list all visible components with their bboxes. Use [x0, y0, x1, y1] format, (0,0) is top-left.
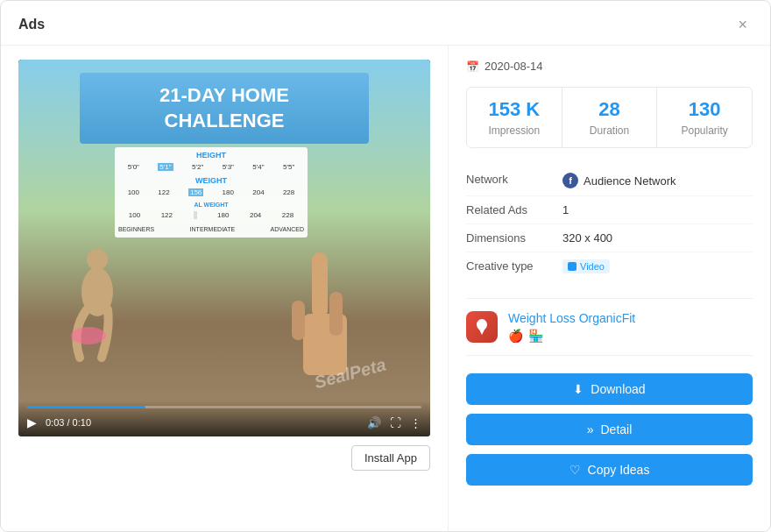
- video-controls-row: ▶ 0:03 / 0:10 🔊 ⛶ ⋮: [27, 415, 421, 429]
- copy-ideas-label: Copy Ideas: [588, 463, 650, 477]
- vid-table-height-header: HEIGHT: [118, 151, 304, 160]
- controls-left: ▶ 0:03 / 0:10: [27, 415, 91, 429]
- stat-duration: 28 Duration: [562, 88, 658, 147]
- volume-icon[interactable]: 🔊: [367, 416, 381, 429]
- stats-row: 153 K Impression 28 Duration 130 Popular…: [466, 87, 753, 148]
- detail-label: Detail: [601, 422, 633, 436]
- copy-ideas-icon: ♡: [569, 463, 581, 477]
- modal-title: Ads: [18, 17, 45, 32]
- creative-type-value: Video: [562, 259, 610, 273]
- info-row-dimensions: Dimensions 320 x 400: [466, 224, 753, 252]
- app-store-icons: 🍎 🏪: [508, 329, 753, 343]
- modal-container: Ads × 21-DAY HOME CHALLENGE HEIGHT 5'0" …: [0, 0, 771, 532]
- video-table-overlay: HEIGHT 5'0" 5'1" 5'2" 5'3" 5'4" 5'5" WEI…: [115, 147, 308, 238]
- dimensions-label: Dimensions: [466, 231, 562, 245]
- detail-icon: »: [587, 422, 594, 436]
- video-badge-text: Video: [580, 261, 605, 272]
- fullscreen-icon[interactable]: ⛶: [390, 416, 401, 429]
- install-app-row: Install App: [18, 445, 430, 471]
- svg-rect-6: [292, 301, 305, 340]
- vid-table-weight-header: WEIGHT: [118, 176, 304, 185]
- dimensions-value: 320 x 400: [562, 231, 612, 245]
- time-display: 0:03 / 0:10: [46, 417, 91, 428]
- facebook-icon: f: [562, 173, 578, 188]
- svg-rect-5: [329, 292, 343, 336]
- network-value: f Audience Network: [562, 173, 676, 188]
- play-button[interactable]: ▶: [27, 415, 37, 429]
- app-info-row: Weight Loss OrganicFit 🍎 🏪: [466, 298, 753, 356]
- video-title-overlay: 21-DAY HOME CHALLENGE: [80, 73, 369, 144]
- video-progress-fill: [27, 406, 145, 408]
- copy-ideas-button[interactable]: ♡ Copy Ideas: [466, 454, 753, 486]
- duration-value: 28: [569, 98, 650, 121]
- close-button[interactable]: ×: [732, 15, 753, 34]
- vid-table-row-2: 100 122 156 180 204 228: [118, 187, 304, 198]
- time-current: 0:03: [46, 417, 64, 428]
- video-container: 21-DAY HOME CHALLENGE HEIGHT 5'0" 5'1" 5…: [18, 60, 430, 436]
- stat-impression: 153 K Impression: [467, 88, 562, 147]
- impression-label: Impression: [474, 124, 555, 137]
- related-ads-label: Related Ads: [466, 203, 562, 216]
- right-panel: 📅 2020-08-14 153 K Impression 28 Duratio…: [448, 46, 770, 531]
- vid-table-ideal-header: AL WEIGHT: [118, 202, 304, 208]
- download-button[interactable]: ⬇ Download: [466, 373, 753, 405]
- apple-store-icon: 🍎: [508, 329, 523, 343]
- related-ads-value: 1: [562, 203, 569, 216]
- video-figure-overlay: [45, 244, 150, 384]
- svg-point-2: [71, 327, 106, 344]
- creative-type-label: Creative type: [466, 259, 562, 273]
- vid-table-row-1: 5'0" 5'1" 5'2" 5'3" 5'4" 5'5": [118, 161, 304, 173]
- app-logo: [466, 311, 498, 343]
- figure-svg: [45, 244, 150, 384]
- popularity-value: 130: [664, 98, 745, 121]
- app-logo-svg: [472, 317, 492, 337]
- left-panel: 21-DAY HOME CHALLENGE HEIGHT 5'0" 5'1" 5…: [1, 46, 448, 531]
- video-progress-bar[interactable]: [27, 406, 421, 408]
- date-row: 📅 2020-08-14: [466, 60, 753, 73]
- detail-button[interactable]: » Detail: [466, 414, 753, 445]
- modal-header: Ads ×: [1, 1, 770, 46]
- more-options-icon[interactable]: ⋮: [410, 416, 421, 429]
- info-row-network: Network f Audience Network: [466, 166, 753, 196]
- info-table: Network f Audience Network Related Ads 1…: [466, 166, 753, 280]
- svg-point-0: [87, 249, 108, 270]
- app-name: Weight Loss OrganicFit: [508, 311, 753, 325]
- duration-label: Duration: [569, 124, 650, 137]
- network-label: Network: [466, 173, 562, 188]
- android-store-icon: 🏪: [528, 329, 543, 343]
- network-name: Audience Network: [584, 174, 676, 188]
- install-app-button[interactable]: Install App: [351, 445, 430, 471]
- video-badge-icon: [568, 262, 576, 271]
- action-buttons: ⬇ Download » Detail ♡ Copy Ideas: [466, 373, 753, 486]
- video-badge: Video: [562, 259, 610, 273]
- info-row-related: Related Ads 1: [466, 196, 753, 224]
- download-icon: ⬇: [573, 382, 584, 396]
- app-meta: Weight Loss OrganicFit 🍎 🏪: [508, 311, 753, 343]
- popularity-label: Popularity: [664, 124, 745, 137]
- svg-rect-4: [312, 252, 328, 318]
- vid-table-footer: BEGINNERS INTERMEDIATE ADVANCED: [118, 224, 304, 234]
- impression-value: 153 K: [474, 98, 555, 121]
- vid-table-row-3: 100 122 180 204 228: [118, 209, 304, 221]
- calendar-icon: 📅: [466, 60, 479, 73]
- date-label: 2020-08-14: [485, 60, 543, 73]
- controls-right: 🔊 ⛶ ⋮: [367, 416, 421, 429]
- info-row-creative: Creative type Video: [466, 252, 753, 280]
- time-total: 0:10: [73, 417, 91, 428]
- download-label: Download: [591, 382, 645, 396]
- modal-body: 21-DAY HOME CHALLENGE HEIGHT 5'0" 5'1" 5…: [1, 46, 770, 531]
- video-thumbnail: 21-DAY HOME CHALLENGE HEIGHT 5'0" 5'1" 5…: [18, 60, 430, 436]
- stat-popularity: 130 Popularity: [657, 88, 752, 147]
- video-controls: ▶ 0:03 / 0:10 🔊 ⛶ ⋮: [18, 401, 430, 436]
